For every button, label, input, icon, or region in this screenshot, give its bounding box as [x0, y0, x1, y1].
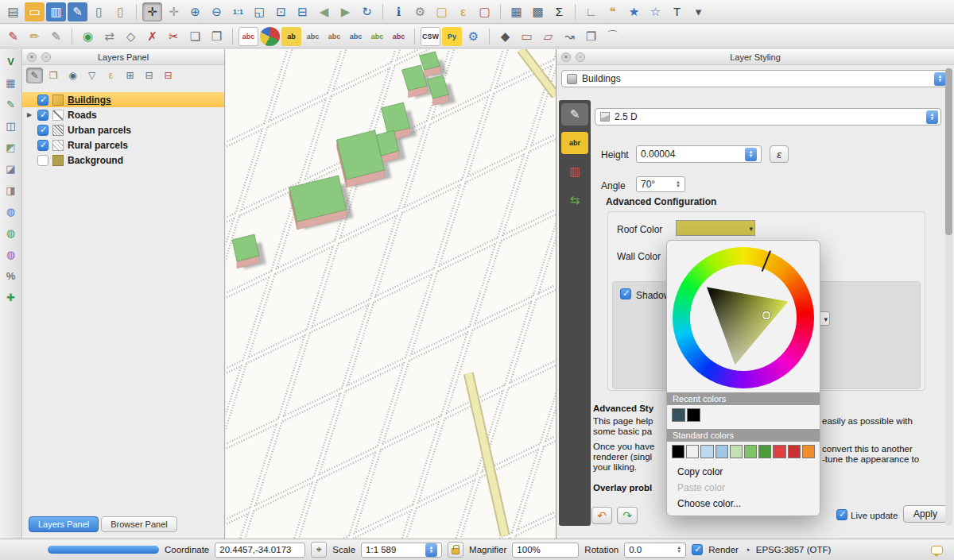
- delete-selected-icon[interactable]: ✗: [142, 27, 162, 46]
- dropdown-arrows-icon[interactable]: [934, 72, 946, 86]
- undo-button[interactable]: [591, 507, 612, 524]
- move-label-icon[interactable]: abc: [346, 27, 366, 46]
- new-memory-layer-icon[interactable]: ✚: [2, 289, 20, 305]
- highlight-labels-icon[interactable]: abc: [324, 27, 344, 46]
- save-project-as-icon[interactable]: ✎: [68, 2, 87, 21]
- map-canvas[interactable]: [226, 49, 556, 539]
- messages-icon[interactable]: [931, 546, 943, 554]
- add-feature-icon[interactable]: ◉: [78, 27, 98, 46]
- refresh-icon[interactable]: ↻: [357, 2, 377, 21]
- new-composer-icon[interactable]: ▯: [89, 2, 109, 21]
- open-attribute-table-icon[interactable]: ▦: [506, 2, 526, 21]
- roof-color-swatch[interactable]: [676, 220, 755, 236]
- shadow-checkbox[interactable]: [620, 288, 631, 299]
- statistics-icon[interactable]: Σ: [549, 2, 569, 21]
- color-swatch[interactable]: [744, 445, 757, 458]
- zoom-last-icon[interactable]: ◀: [314, 2, 334, 21]
- color-swatch[interactable]: [686, 445, 699, 458]
- collapse-all-icon[interactable]: ⊟: [141, 68, 157, 83]
- layer-row[interactable]: Urban parcels: [22, 122, 224, 137]
- panel-tab[interactable]: Browser Panel: [101, 516, 177, 532]
- layer-expander-icon[interactable]: ▶: [25, 111, 33, 118]
- measure-icon[interactable]: ∟: [581, 2, 601, 21]
- new-project-icon[interactable]: ▤: [3, 2, 23, 21]
- redo-button[interactable]: [617, 507, 638, 524]
- diagrams-tab-icon[interactable]: ▥: [561, 160, 588, 183]
- add-spatialite-layer-icon[interactable]: ◩: [2, 139, 20, 155]
- stepper-icons[interactable]: [676, 180, 681, 188]
- float-panel-icon[interactable]: [576, 52, 585, 62]
- color-swatch[interactable]: [700, 445, 713, 458]
- deselect-icon[interactable]: ▢: [475, 2, 494, 21]
- python-console-icon[interactable]: Py: [442, 27, 462, 46]
- identify-icon[interactable]: ℹ: [389, 2, 409, 21]
- text-annotation-icon[interactable]: T: [667, 2, 687, 21]
- add-group-icon[interactable]: ❒: [45, 68, 62, 83]
- new-bookmark-icon[interactable]: ★: [624, 2, 644, 21]
- current-edits-icon[interactable]: ✎: [3, 27, 23, 46]
- dropdown-arrows-icon[interactable]: [926, 110, 938, 124]
- add-delimited-text-icon[interactable]: %: [2, 268, 20, 284]
- float-panel-icon[interactable]: [41, 52, 51, 62]
- color-swatch[interactable]: [788, 445, 801, 458]
- select-by-rectangle-icon[interactable]: ▭: [517, 27, 537, 46]
- color-swatch[interactable]: [672, 408, 685, 422]
- layer-visibility-checkbox[interactable]: [37, 95, 48, 106]
- filter-legend-icon[interactable]: ▽: [83, 68, 100, 83]
- show-bookmarks-icon[interactable]: ☆: [646, 2, 665, 21]
- menu-item[interactable]: Copy color: [667, 464, 820, 480]
- zoom-to-layer-icon[interactable]: ⊟: [293, 2, 312, 21]
- layer-row[interactable]: Rural parcels: [22, 137, 224, 153]
- dropdown-arrows-icon[interactable]: [745, 148, 757, 161]
- layer-visibility-checkbox[interactable]: [37, 140, 48, 151]
- label-options-icon[interactable]: ab: [281, 27, 301, 46]
- csw-icon[interactable]: CSW: [421, 27, 440, 46]
- layer-row[interactable]: Background: [22, 153, 224, 168]
- manage-themes-icon[interactable]: ◉: [64, 68, 81, 83]
- add-wcs-layer-icon[interactable]: ◍: [2, 246, 20, 262]
- pan-map-icon[interactable]: ✛: [142, 2, 162, 21]
- select-by-polygon-icon[interactable]: ▱: [538, 27, 558, 46]
- composer-manager-icon[interactable]: ▯: [111, 2, 130, 21]
- cut-features-icon[interactable]: ✂: [164, 27, 184, 46]
- layer-row[interactable]: Buildings: [22, 92, 224, 107]
- pan-to-selection-icon[interactable]: ✛: [164, 2, 184, 21]
- add-mssql-layer-icon[interactable]: ◪: [2, 160, 20, 176]
- toggle-editing-icon[interactable]: ✏: [25, 27, 45, 46]
- height-input[interactable]: 0.00004: [636, 145, 762, 163]
- angle-input[interactable]: 70°: [636, 176, 685, 192]
- live-update-checkbox[interactable]: [836, 509, 847, 520]
- north-arrow-icon[interactable]: ◆: [495, 27, 515, 46]
- layer-row[interactable]: ▶Roads: [22, 107, 224, 122]
- annotation-dropdown-icon[interactable]: ▾: [688, 2, 708, 21]
- processing-toolbox-icon[interactable]: ⚙: [463, 27, 483, 46]
- remove-layer-icon[interactable]: ⊟: [160, 68, 176, 83]
- simplify-feature-icon[interactable]: ↝: [560, 27, 580, 46]
- scrollbar[interactable]: [945, 68, 952, 526]
- add-postgis-layer-icon[interactable]: ◫: [2, 118, 20, 133]
- mouse-position-toggle[interactable]: [311, 542, 327, 558]
- saturation-triangle[interactable]: [690, 265, 797, 371]
- rotate-label-icon[interactable]: abc: [367, 27, 387, 46]
- close-panel-icon[interactable]: [561, 52, 571, 62]
- change-label-icon[interactable]: abc: [389, 27, 409, 46]
- map-tips-icon[interactable]: ❝: [603, 2, 622, 21]
- select-features-icon[interactable]: ▢: [432, 2, 452, 21]
- layer-visibility-checkbox[interactable]: [37, 125, 48, 136]
- open-project-icon[interactable]: ▭: [25, 2, 45, 21]
- add-wms-layer-icon[interactable]: ◍: [2, 203, 20, 219]
- color-swatch[interactable]: [687, 408, 700, 422]
- save-layer-edits-icon[interactable]: ✎: [46, 27, 66, 46]
- filter-expression-icon[interactable]: ε: [103, 68, 119, 83]
- layer-selector[interactable]: Buildings: [561, 70, 949, 87]
- expression-button[interactable]: ε: [770, 145, 789, 163]
- lock-scale-button[interactable]: [448, 542, 463, 558]
- zoom-in-icon[interactable]: ⊕: [185, 2, 205, 21]
- panel-tab[interactable]: Layers Panel: [29, 516, 99, 532]
- stepper-icons[interactable]: [677, 546, 681, 554]
- scale-combobox[interactable]: 1:1 589: [361, 543, 442, 558]
- labels-tab-icon[interactable]: abr: [561, 132, 588, 154]
- add-raster-layer-icon[interactable]: ▦: [2, 75, 20, 91]
- dropdown-arrows-icon[interactable]: [425, 543, 437, 557]
- select-by-expression-icon[interactable]: ε: [453, 2, 473, 21]
